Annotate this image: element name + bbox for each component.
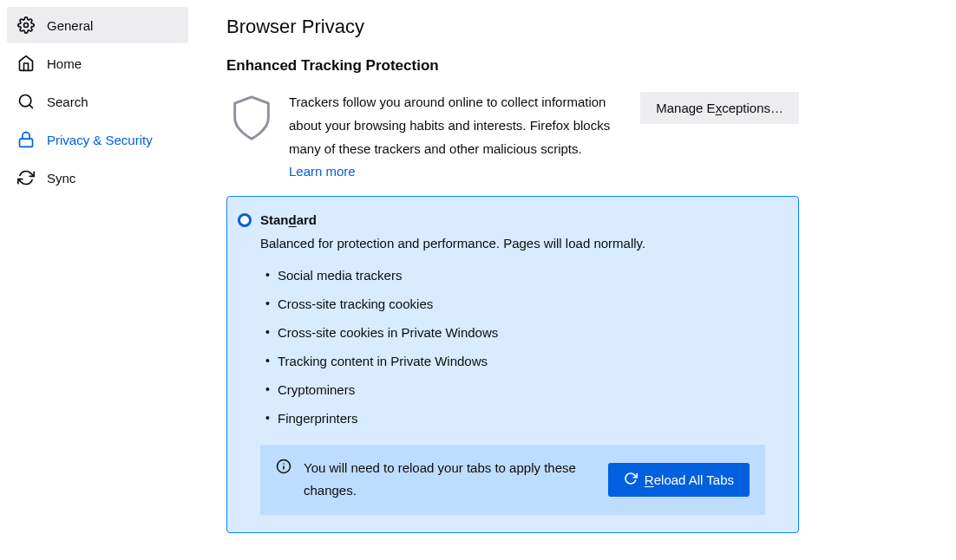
settings-content: Browser Privacy Enhanced Tracking Protec…	[195, 0, 956, 560]
sidebar-item-label: Privacy & Security	[47, 133, 153, 147]
reload-notice-banner: You will need to reload your tabs to app…	[260, 445, 765, 515]
sidebar-item-label: General	[47, 18, 93, 33]
sidebar-item-sync[interactable]: Sync	[7, 160, 188, 196]
reload-all-tabs-button[interactable]: Reload All Tabs	[608, 463, 750, 497]
search-icon	[17, 93, 35, 110]
etp-description: Trackers follow you around online to col…	[289, 90, 623, 160]
shield-icon	[226, 90, 289, 148]
radio-button-selected[interactable]	[238, 213, 252, 227]
lock-icon	[17, 131, 35, 148]
svg-rect-3	[20, 139, 33, 147]
home-icon	[17, 55, 35, 72]
sidebar-item-general[interactable]: General	[7, 7, 188, 43]
sidebar-item-label: Search	[47, 94, 88, 109]
gear-icon	[17, 16, 35, 34]
svg-point-0	[24, 23, 29, 28]
list-item: Fingerprinters	[278, 404, 789, 433]
etp-heading: Enhanced Tracking Protection	[226, 57, 956, 75]
settings-sidebar: General Home Search Privacy & Security S…	[0, 0, 195, 560]
manage-exceptions-button[interactable]: Manage Exceptions…	[640, 92, 799, 124]
standard-description: Balanced for protection and performance.…	[260, 236, 789, 251]
list-item: Cross-site cookies in Private Windows	[278, 318, 789, 347]
svg-line-2	[29, 105, 33, 108]
sidebar-item-label: Home	[47, 56, 82, 71]
radio-label: Standard	[260, 212, 317, 227]
standard-radio-row[interactable]: Standard	[236, 212, 789, 227]
list-item: Tracking content in Private Windows	[278, 347, 789, 375]
reload-notice-text: You will need to reload your tabs to app…	[304, 457, 608, 503]
etp-description-block: Trackers follow you around online to col…	[289, 90, 640, 179]
info-icon	[276, 459, 291, 474]
list-item: Cryptominers	[278, 375, 789, 404]
sync-icon	[17, 169, 35, 186]
protection-feature-list: Social media trackers Cross-site trackin…	[278, 261, 789, 433]
sidebar-item-search[interactable]: Search	[7, 83, 188, 120]
reload-icon	[624, 472, 638, 488]
list-item: Social media trackers	[278, 261, 789, 290]
learn-more-link[interactable]: Learn more	[289, 164, 356, 179]
sidebar-item-privacy-security[interactable]: Privacy & Security	[7, 121, 188, 158]
sidebar-item-home[interactable]: Home	[7, 45, 188, 81]
tracking-standard-card: Standard Balanced for protection and per…	[226, 196, 799, 533]
sidebar-item-label: Sync	[47, 171, 75, 186]
list-item: Cross-site tracking cookies	[278, 290, 789, 318]
etp-header-row: Trackers follow you around online to col…	[226, 90, 799, 179]
page-title: Browser Privacy	[226, 16, 956, 38]
